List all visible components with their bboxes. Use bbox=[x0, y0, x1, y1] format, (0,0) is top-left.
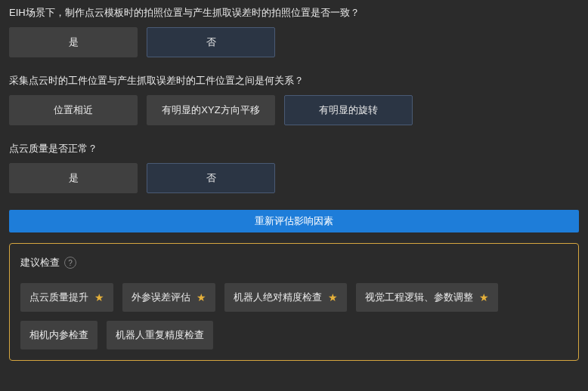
option-xyz-shift[interactable]: 有明显的XYZ方向平移 bbox=[147, 95, 275, 125]
question-block-2: 采集点云时的工件位置与产生抓取误差时的工件位置之间是何关系？ 位置相近 有明显的… bbox=[9, 74, 579, 125]
chip-label: 机器人重复精度检查 bbox=[116, 328, 204, 342]
suggestion-chip[interactable]: 相机内参检查 bbox=[20, 321, 97, 349]
star-icon: ★ bbox=[328, 292, 338, 303]
suggestion-chip[interactable]: 机器人重复精度检查 bbox=[107, 321, 213, 349]
suggestion-title: 建议检查 bbox=[20, 256, 60, 269]
suggestion-chip[interactable]: 视觉工程逻辑、参数调整 ★ bbox=[356, 283, 498, 312]
chip-label: 点云质量提升 bbox=[29, 291, 88, 304]
chip-label: 机器人绝对精度检查 bbox=[234, 291, 322, 304]
chip-label: 相机内参检查 bbox=[29, 328, 88, 342]
star-icon: ★ bbox=[94, 292, 104, 303]
option-rotation[interactable]: 有明显的旋转 bbox=[284, 95, 413, 125]
help-icon[interactable]: ? bbox=[64, 257, 76, 269]
star-icon: ★ bbox=[197, 292, 206, 303]
option-close[interactable]: 位置相近 bbox=[9, 95, 138, 125]
question-text: EIH场景下，制作点云模板时的拍照位置与产生抓取误差时的拍照位置是否一致？ bbox=[9, 6, 579, 20]
option-no[interactable]: 否 bbox=[147, 163, 275, 193]
suggestion-panel: 建议检查 ? 点云质量提升 ★ 外参误差评估 ★ 机器人绝对精度检查 ★ 视觉工… bbox=[9, 243, 579, 361]
option-yes[interactable]: 是 bbox=[9, 163, 138, 193]
suggestion-chip[interactable]: 外参误差评估 ★ bbox=[122, 283, 215, 312]
reassess-button[interactable]: 重新评估影响因素 bbox=[9, 210, 579, 232]
option-row: 是 否 bbox=[9, 27, 579, 57]
question-block-3: 点云质量是否正常？ 是 否 bbox=[9, 142, 579, 193]
suggestion-chip[interactable]: 点云质量提升 ★ bbox=[20, 283, 113, 312]
option-row: 是 否 bbox=[9, 163, 579, 193]
option-row: 位置相近 有明显的XYZ方向平移 有明显的旋转 bbox=[9, 95, 579, 125]
star-icon: ★ bbox=[479, 292, 489, 303]
question-text: 采集点云时的工件位置与产生抓取误差时的工件位置之间是何关系？ bbox=[9, 74, 579, 88]
chip-label: 视觉工程逻辑、参数调整 bbox=[365, 291, 473, 304]
suggestion-header: 建议检查 ? bbox=[20, 256, 568, 269]
chip-label: 外参误差评估 bbox=[132, 291, 190, 304]
suggestion-chip[interactable]: 机器人绝对精度检查 ★ bbox=[224, 283, 347, 312]
question-block-1: EIH场景下，制作点云模板时的拍照位置与产生抓取误差时的拍照位置是否一致？ 是 … bbox=[9, 6, 579, 57]
suggestion-list: 点云质量提升 ★ 外参误差评估 ★ 机器人绝对精度检查 ★ 视觉工程逻辑、参数调… bbox=[20, 283, 568, 349]
option-no[interactable]: 否 bbox=[147, 27, 275, 57]
option-yes[interactable]: 是 bbox=[9, 27, 138, 57]
question-text: 点云质量是否正常？ bbox=[9, 142, 579, 155]
